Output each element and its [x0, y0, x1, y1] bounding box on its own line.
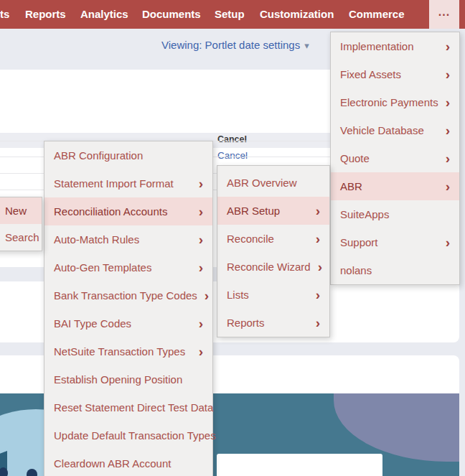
menu-item-quote[interactable]: Quote› — [331, 144, 459, 172]
nav-item-analytics[interactable]: Analytics — [80, 0, 128, 29]
chevron-right-icon: › — [316, 232, 320, 246]
menu-item-lists[interactable]: Lists› — [217, 281, 329, 309]
chevron-right-icon: › — [446, 67, 450, 81]
banner-purple-blob — [334, 393, 459, 462]
menu-item-fixed-assets[interactable]: Fixed Assets› — [331, 60, 459, 88]
menu-item-abr-configuration[interactable]: ABR Configuration — [44, 141, 212, 169]
menu-item-reports[interactable]: Reports› — [217, 309, 329, 337]
chevron-right-icon: › — [199, 317, 203, 330]
cancel-button[interactable]: Cancel — [217, 134, 247, 144]
menu-item-statement-import-format[interactable]: Statement Import Format› — [44, 169, 212, 197]
menu-item-abr[interactable]: ABR› — [331, 172, 459, 200]
menu-item-cleardown-abr-account[interactable]: Cleardown ABR Account — [44, 449, 212, 476]
overflow-menu: Implementation› Fixed Assets› Electronic… — [330, 32, 460, 285]
chevron-right-icon: › — [446, 39, 450, 53]
chevron-right-icon: › — [199, 205, 203, 218]
menu-item-reconcile[interactable]: Reconcile› — [217, 225, 329, 253]
nav-item-setup[interactable]: Setup — [215, 0, 245, 29]
chevron-right-icon: › — [446, 151, 450, 165]
reconciliation-accounts-submenu: New Search — [0, 197, 42, 251]
menu-item-abr-setup[interactable]: ABR Setup› — [217, 197, 329, 225]
chevron-right-icon: › — [316, 288, 320, 302]
nav-item-commerce[interactable]: Commerce — [349, 0, 405, 29]
menu-item-establish-opening-position[interactable]: Establish Opening Position — [44, 365, 212, 393]
menu-item-electronic-payments[interactable]: Electronic Payments› — [331, 88, 459, 116]
menu-item-bai-type-codes[interactable]: BAI Type Codes› — [44, 309, 212, 337]
chevron-right-icon: › — [199, 233, 203, 246]
abr-setup-submenu: ABR Configuration Statement Import Forma… — [44, 141, 213, 476]
abr-submenu: ABR Overview ABR Setup› Reconcile› Recon… — [217, 165, 330, 337]
chevron-right-icon: › — [446, 235, 450, 249]
menu-item-reconciliation-accounts[interactable]: Reconciliation Accounts› — [44, 197, 212, 225]
menu-item-support[interactable]: Support› — [331, 228, 459, 256]
menu-item-nolans[interactable]: nolans — [331, 256, 459, 284]
chevron-right-icon: › — [446, 95, 450, 109]
chevron-right-icon: › — [316, 204, 320, 218]
chevron-right-icon: › — [199, 177, 203, 190]
nav-overflow-button[interactable]: ... — [429, 0, 459, 29]
viewing-label: Viewing: Portlet date settings — [161, 39, 300, 51]
nav-item-documents[interactable]: Documents — [142, 0, 201, 29]
screen: Cancel Cancel ts Reports Analytics Docum… — [0, 0, 465, 476]
cancel-link[interactable]: Cancel — [217, 150, 248, 161]
chevron-right-icon: › — [318, 260, 322, 274]
menu-item-reconcile-wizard[interactable]: Reconcile Wizard› — [217, 253, 329, 281]
caret-down-icon: ▾ — [304, 40, 309, 51]
menu-item-suiteapps[interactable]: SuiteApps — [331, 200, 459, 228]
banner-white-panel — [217, 454, 382, 476]
menu-item-update-default-transaction-types[interactable]: Update Default Transaction Types — [44, 421, 212, 449]
chevron-right-icon: › — [446, 123, 450, 137]
menu-item-new[interactable]: New — [0, 197, 42, 224]
menu-item-search[interactable]: Search — [0, 224, 42, 251]
chevron-right-icon: › — [316, 316, 320, 330]
illustration-eye-icon — [0, 467, 8, 476]
nav-item-partial[interactable]: ts — [0, 0, 9, 29]
menu-item-vehicle-database[interactable]: Vehicle Database› — [331, 116, 459, 144]
menu-item-auto-match-rules[interactable]: Auto-Match Rules› — [44, 225, 212, 253]
menu-item-reset-statement-direct-test-data[interactable]: Reset Statement Direct Test Data — [44, 393, 212, 421]
top-navigation-bar: ts Reports Analytics Documents Setup Cus… — [0, 0, 465, 29]
illustration-eye-icon — [27, 469, 37, 476]
chevron-right-icon: › — [199, 345, 203, 358]
chevron-right-icon: › — [205, 289, 209, 302]
chevron-right-icon: › — [199, 261, 203, 274]
menu-item-abr-overview[interactable]: ABR Overview — [217, 169, 329, 197]
menu-item-auto-gen-templates[interactable]: Auto-Gen Templates› — [44, 253, 212, 281]
menu-item-netsuite-transaction-types[interactable]: NetSuite Transaction Types› — [44, 337, 212, 365]
nav-item-reports[interactable]: Reports — [25, 0, 66, 29]
menu-item-bank-transaction-type-codes[interactable]: Bank Transaction Type Codes› — [44, 281, 212, 309]
menu-item-implementation[interactable]: Implementation› — [331, 32, 459, 60]
chevron-right-icon: › — [446, 179, 450, 193]
viewing-selector[interactable]: Viewing: Portlet date settings▾ — [161, 39, 309, 51]
nav-item-customization[interactable]: Customization — [260, 0, 334, 29]
